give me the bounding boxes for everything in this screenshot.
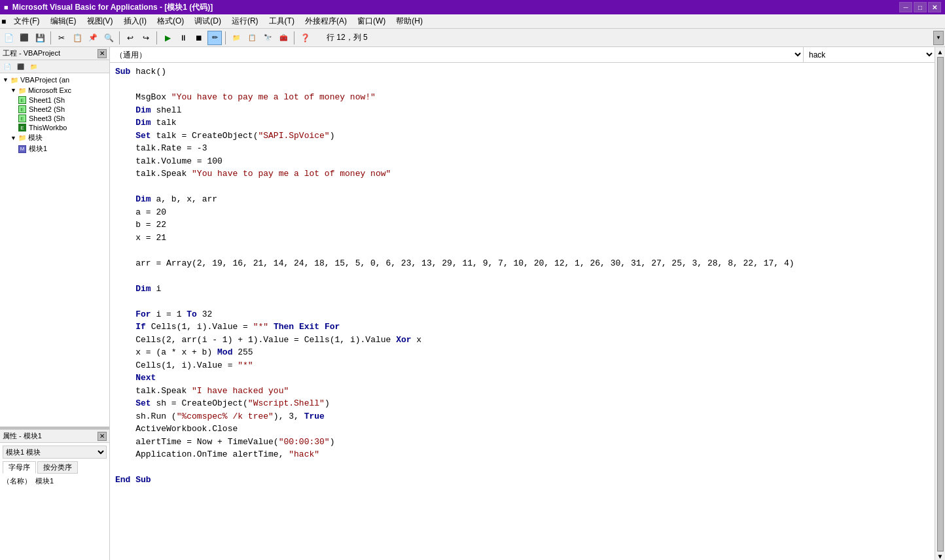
- module1-icon: M: [18, 145, 26, 153]
- prop-tab-category[interactable]: 按分类序: [37, 461, 78, 474]
- toolbar: 📄 ⬛ 💾 ✂ 📋 📌 🔍 ↩ ↪ ▶ ⏸ ⏹ ✏ 📁 📋 🔭 🧰 ❓ 行 12…: [0, 29, 945, 47]
- menu-app-icon: ■: [1, 17, 6, 26]
- project-header: 工程 - VBAProject ✕: [0, 47, 109, 60]
- tree-vbaproject[interactable]: ▼ 📁 VBAProject (an: [0, 75, 109, 85]
- sep3: [156, 31, 157, 44]
- sep5: [294, 31, 294, 44]
- menu-item-insert[interactable]: 插入(I): [118, 14, 152, 28]
- tree-sheet2[interactable]: E Sheet2 (Sh: [0, 105, 109, 114]
- proj-tb-view-object[interactable]: ⬛: [14, 61, 26, 73]
- menu-item-run[interactable]: 运行(R): [226, 14, 264, 28]
- tree-modules-folder[interactable]: ▼ 📁 模块: [0, 132, 109, 143]
- tree-sheet3[interactable]: E Sheet3 (Sh: [0, 114, 109, 123]
- window-controls: ─ □ ✕: [899, 2, 941, 12]
- scroll-thumb[interactable]: [937, 57, 944, 551]
- close-btn[interactable]: ✕: [928, 2, 941, 12]
- right-panel: （通用） hack Sub hack() MsgBox "You have to…: [110, 47, 935, 560]
- project-title: 工程 - VBAProject: [3, 48, 60, 58]
- tree-sheet2-label: Sheet2 (Sh: [29, 105, 65, 113]
- tb-undo[interactable]: ↩: [123, 31, 137, 45]
- tb-help[interactable]: ❓: [298, 31, 312, 45]
- menu-item-view[interactable]: 视图(V): [82, 14, 118, 28]
- tree-sheet1-label: Sheet1 (Sh: [29, 96, 65, 104]
- prop-tab-alpha[interactable]: 字母序: [3, 461, 36, 474]
- menu-item-debug[interactable]: 调试(D): [189, 14, 226, 28]
- project-tree: ▼ 📁 VBAProject (an ▼ 📁 Microsoft Exc E S…: [0, 73, 109, 427]
- tb-object[interactable]: 🔭: [260, 31, 275, 45]
- tree-msexcel[interactable]: ▼ 📁 Microsoft Exc: [0, 85, 109, 96]
- sep1: [50, 31, 51, 44]
- sheet1-icon: E: [18, 96, 26, 104]
- scroll-up-btn[interactable]: ▲: [937, 48, 944, 56]
- tb-find[interactable]: 🔍: [101, 31, 116, 45]
- code-editor[interactable]: Sub hack() MsgBox "You have to pay me a …: [110, 63, 935, 560]
- project-toolbar: 📄 ⬛ 📁: [0, 60, 109, 73]
- properties-content: 模块1 模块 字母序 按分类序 （名称） 模块1: [0, 443, 109, 560]
- properties-select[interactable]: 模块1 模块: [3, 446, 107, 459]
- properties-panel: 属性 - 模块1 ✕ 模块1 模块 字母序 按分类序 （名称） 模块1: [0, 429, 109, 560]
- prop-name: （名称） 模块1: [3, 476, 107, 486]
- main-layout: 工程 - VBAProject ✕ 📄 ⬛ 📁 ▼ 📁 VBAProject (…: [0, 47, 945, 560]
- menu-bar: ■ 文件(F) 编辑(E) 视图(V) 插入(I) 格式(O) 调试(D) 运行…: [0, 14, 945, 29]
- tb-open[interactable]: ⬛: [17, 31, 31, 45]
- tb-new[interactable]: 📄: [1, 31, 16, 45]
- expand-icon-modules: ▼: [10, 135, 16, 141]
- tb-design[interactable]: ✏: [207, 31, 222, 45]
- code-context-select[interactable]: （通用）: [110, 47, 804, 62]
- menu-item-format[interactable]: 格式(O): [152, 14, 189, 28]
- menu-item-file[interactable]: 文件(F): [9, 14, 45, 28]
- tb-properties[interactable]: 📋: [245, 31, 259, 45]
- tree-sheet1[interactable]: E Sheet1 (Sh: [0, 96, 109, 105]
- properties-close-btn[interactable]: ✕: [98, 432, 107, 441]
- tb-cut[interactable]: ✂: [54, 31, 69, 45]
- menu-item-tools[interactable]: 工具(T): [264, 14, 300, 28]
- expand-icon: ▼: [3, 77, 9, 83]
- tree-thisworkbook[interactable]: E ThisWorkbo: [0, 123, 109, 132]
- sep2: [119, 31, 120, 44]
- title-bar: ■ Microsoft Visual Basic for Application…: [0, 0, 945, 14]
- sep4: [225, 31, 226, 44]
- tb-project[interactable]: 📁: [229, 31, 243, 45]
- proj-tb-view-code[interactable]: 📄: [1, 61, 13, 73]
- status-position: 行 12，列 5: [327, 32, 368, 43]
- tree-msexcel-label: Microsoft Exc: [28, 86, 71, 94]
- tb-run[interactable]: ▶: [160, 31, 175, 45]
- minimize-btn[interactable]: ─: [899, 2, 912, 12]
- sheet3-icon: E: [18, 114, 26, 122]
- tb-reset[interactable]: ⏹: [192, 31, 206, 45]
- expand-icon-excel: ▼: [10, 87, 16, 94]
- tb-break[interactable]: ⏸: [176, 31, 190, 45]
- title-text: Microsoft Visual Basic for Applications …: [12, 2, 213, 13]
- tb-copy[interactable]: 📋: [70, 31, 84, 45]
- code-toolbar: （通用） hack: [110, 47, 935, 63]
- tb-toolbox[interactable]: 🧰: [276, 31, 291, 45]
- tb-redo[interactable]: ↪: [139, 31, 153, 45]
- proj-tb-toggle-folders[interactable]: 📁: [27, 61, 39, 73]
- workbook-icon: E: [18, 124, 26, 131]
- modules-folder-icon: 📁: [18, 133, 27, 143]
- tree-thisworkbook-label: ThisWorkbo: [29, 124, 67, 131]
- menu-item-help[interactable]: 帮助(H): [391, 14, 428, 28]
- toolbar-spacer: 行 12，列 5: [327, 32, 368, 43]
- sheet2-icon: E: [18, 105, 26, 113]
- menu-item-edit[interactable]: 编辑(E): [45, 14, 82, 28]
- app-icon: ■: [4, 3, 9, 11]
- scrollbar-right[interactable]: ▲ ▼: [935, 47, 945, 560]
- tb-scroll-indicator: ▼: [933, 31, 944, 45]
- excel-folder-icon: 📁: [18, 86, 27, 95]
- scroll-down-btn[interactable]: ▼: [937, 553, 944, 560]
- properties-header: 属性 - 模块1 ✕: [0, 430, 109, 443]
- maximize-btn[interactable]: □: [914, 2, 927, 12]
- code-procedure-select[interactable]: hack: [804, 47, 935, 62]
- tree-modules-label: 模块: [28, 133, 43, 143]
- tb-paste[interactable]: 📌: [86, 31, 100, 45]
- tree-module1-label: 模块1: [29, 144, 47, 154]
- properties-title: 属性 - 模块1: [3, 431, 42, 441]
- tb-save[interactable]: 💾: [33, 31, 47, 45]
- project-close-btn[interactable]: ✕: [98, 49, 107, 58]
- tree-vbaproject-label: VBAProject (an: [20, 76, 69, 84]
- tree-module1[interactable]: M 模块1: [0, 143, 109, 154]
- menu-item-window[interactable]: 窗口(W): [352, 14, 391, 28]
- menu-item-addins[interactable]: 外接程序(A): [300, 14, 352, 28]
- folder-icon: 📁: [10, 75, 19, 84]
